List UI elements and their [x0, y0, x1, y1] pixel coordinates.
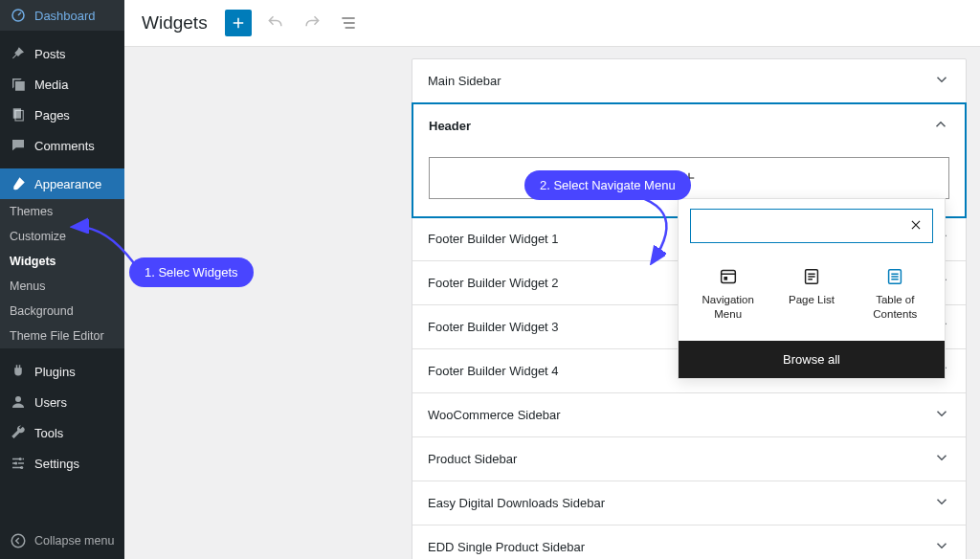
sidebar-item-dashboard[interactable]: Dashboard	[0, 0, 124, 31]
area-main-sidebar: Main Sidebar	[412, 59, 966, 103]
redo-button[interactable]	[300, 11, 324, 35]
area-header[interactable]: Main Sidebar	[412, 59, 966, 102]
area-label: Header	[429, 119, 471, 133]
sidebar-item-pages[interactable]: Pages	[0, 100, 124, 130]
inserter-search-input[interactable]	[690, 209, 933, 243]
sidebar-item-settings[interactable]: Settings	[0, 448, 124, 479]
sidebar-item-plugins[interactable]: Plugins	[0, 356, 124, 387]
chevron-down-icon	[933, 449, 950, 469]
area-product: Product Sidebar	[412, 437, 966, 481]
area-label: Footer Builder Widget 3	[428, 320, 559, 334]
sidebar-item-posts[interactable]: Posts	[0, 38, 124, 69]
media-icon	[10, 76, 27, 93]
wrench-icon	[10, 424, 27, 441]
area-label: Footer Builder Widget 1	[428, 232, 559, 246]
area-header[interactable]: EDD Single Product Sidebar	[412, 525, 966, 559]
undo-button[interactable]	[263, 11, 288, 35]
area-header[interactable]: WooCommerce Sidebar	[412, 393, 966, 436]
chevron-down-icon	[933, 405, 950, 425]
collapse-label: Collapse menu	[34, 534, 114, 548]
sidebar-label: Settings	[34, 457, 79, 471]
sidebar-item-media[interactable]: Media	[0, 69, 124, 100]
sliders-icon	[10, 455, 27, 472]
svg-point-6	[20, 466, 23, 469]
sidebar-item-appearance[interactable]: Appearance	[0, 168, 124, 199]
close-icon[interactable]	[909, 218, 923, 235]
area-label: Easy Digital Downloads Sidebar	[428, 496, 605, 510]
inserter-label: Navigation Menu	[692, 293, 765, 322]
annotation-step-1: 1. Selec Widgets	[129, 257, 254, 287]
sidebar-label: Users	[34, 395, 67, 410]
admin-sidebar: Dashboard Posts Media Pages Comments App…	[0, 0, 124, 559]
chevron-down-icon	[933, 493, 950, 513]
area-header[interactable]: Product Sidebar	[412, 437, 966, 481]
comments-icon	[10, 137, 27, 154]
inserter-option-page-list[interactable]: Page List	[773, 260, 850, 327]
svg-point-3	[15, 396, 21, 402]
svg-point-5	[14, 462, 17, 465]
navigation-menu-icon	[718, 266, 739, 287]
sidebar-label: Tools	[34, 426, 63, 440]
sidebar-item-comments[interactable]: Comments	[0, 130, 124, 161]
dashboard-icon	[10, 7, 27, 24]
sidebar-label: Media	[34, 78, 68, 92]
svg-point-7	[11, 534, 25, 548]
plug-icon	[10, 363, 27, 380]
inserter-option-table-of-contents[interactable]: Table of Contents	[857, 260, 933, 327]
list-view-button[interactable]	[336, 11, 361, 35]
pages-icon	[10, 106, 27, 123]
area-header[interactable]: Header	[413, 104, 965, 147]
main-area: Widgets Main Sidebar Header	[124, 0, 980, 559]
area-label: WooCommerce Sidebar	[428, 408, 560, 422]
submenu-theme-file-editor[interactable]: Theme File Editor	[0, 324, 124, 348]
browse-all-button[interactable]: Browse all	[679, 341, 945, 378]
collapse-menu[interactable]: Collapse menu	[0, 523, 124, 559]
inserter-options: Navigation Menu Page List Table of Conte…	[679, 257, 945, 341]
pin-icon	[10, 45, 27, 62]
submenu-menus[interactable]: Menus	[0, 274, 124, 299]
area-label: EDD Single Product Sidebar	[428, 540, 585, 554]
area-header[interactable]: Easy Digital Downloads Sidebar	[412, 481, 966, 525]
sidebar-item-users[interactable]: Users	[0, 387, 124, 417]
sidebar-label: Dashboard	[34, 9, 96, 23]
submenu-background[interactable]: Background	[0, 299, 124, 324]
svg-rect-8	[721, 271, 735, 283]
area-edd-single: EDD Single Product Sidebar	[412, 525, 966, 559]
block-inserter: Navigation Menu Page List Table of Conte…	[678, 198, 946, 379]
sidebar-label: Plugins	[34, 365, 76, 379]
chevron-up-icon	[932, 116, 949, 136]
page-title: Widgets	[142, 12, 208, 34]
sidebar-item-tools[interactable]: Tools	[0, 417, 124, 448]
annotation-step-2: 2. Select Navigate Menu	[524, 170, 691, 200]
sidebar-label: Pages	[34, 108, 70, 123]
area-label: Footer Builder Widget 2	[428, 276, 559, 290]
sidebar-label: Comments	[34, 139, 95, 153]
svg-rect-9	[724, 277, 727, 280]
table-of-contents-icon	[884, 266, 905, 287]
inserter-label: Page List	[775, 293, 848, 307]
svg-rect-1	[13, 108, 21, 119]
area-label: Product Sidebar	[428, 452, 517, 466]
editor-toolbar: Widgets	[124, 0, 980, 47]
area-label: Footer Builder Widget 4	[428, 364, 559, 378]
chevron-down-icon	[933, 71, 950, 91]
sidebar-label: Posts	[34, 47, 66, 61]
svg-point-4	[19, 458, 22, 460]
area-edd: Easy Digital Downloads Sidebar	[412, 481, 966, 525]
user-icon	[10, 393, 27, 411]
chevron-down-icon	[933, 537, 950, 557]
page-list-icon	[801, 266, 822, 287]
area-label: Main Sidebar	[428, 74, 501, 88]
brush-icon	[10, 175, 27, 192]
collapse-icon	[10, 532, 27, 549]
area-woocommerce: WooCommerce Sidebar	[412, 393, 966, 437]
inserter-label: Table of Contents	[858, 293, 931, 322]
add-block-button[interactable]	[225, 10, 252, 36]
sidebar-label: Appearance	[34, 177, 101, 191]
